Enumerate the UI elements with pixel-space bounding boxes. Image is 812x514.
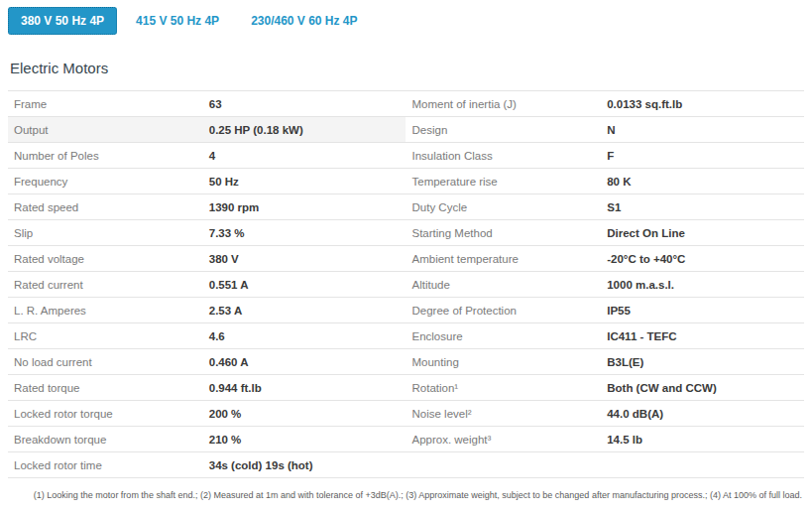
spec-value: 34s (cold) 19s (hot) <box>203 452 406 478</box>
spec-value: IC411 - TEFC <box>601 323 804 349</box>
spec-label: Slip <box>8 220 203 246</box>
spec-label: Degree of Protection <box>406 298 601 323</box>
table-row: Frame63Moment of inertia (J)0.0133 sq.ft… <box>8 91 804 117</box>
spec-value: 380 V <box>203 246 406 272</box>
spec-label <box>406 452 601 478</box>
spec-label: Output <box>8 117 203 143</box>
spec-value: F <box>601 143 804 169</box>
spec-value: 0.944 ft.lb <box>203 375 406 401</box>
tab-415-v-50-hz-4p[interactable]: 415 V 50 Hz 4P <box>123 7 232 35</box>
spec-label: Moment of inertia (J) <box>406 91 601 117</box>
spec-value: 210 % <box>203 427 406 452</box>
spec-label: LRC <box>8 323 203 349</box>
spec-value: 80 K <box>601 169 804 194</box>
spec-value: 4.6 <box>203 323 406 349</box>
spec-label: Locked rotor time <box>8 452 203 478</box>
spec-label: Locked rotor torque <box>8 401 203 427</box>
spec-label: Starting Method <box>406 220 601 246</box>
table-row: Slip7.33 %Starting MethodDirect On Line <box>8 220 804 246</box>
table-row: Locked rotor torque200 %Noise level²44.0… <box>8 401 804 427</box>
spec-label: Altitude <box>406 272 601 298</box>
page-title: Electric Motors <box>8 60 804 76</box>
spec-label: L. R. Amperes <box>8 298 203 323</box>
spec-value <box>601 452 804 478</box>
spec-label: Number of Poles <box>8 143 203 169</box>
spec-label: Design <box>406 117 601 143</box>
voltage-tab-bar: 380 V 50 Hz 4P415 V 50 Hz 4P230/460 V 60… <box>8 6 804 36</box>
tab-380-v-50-hz-4p[interactable]: 380 V 50 Hz 4P <box>8 7 117 35</box>
spec-label: Rated speed <box>8 194 203 220</box>
spec-value: 0.25 HP (0.18 kW) <box>203 117 406 143</box>
spec-value: B3L(E) <box>601 349 804 375</box>
spec-value: Both (CW and CCW) <box>601 375 804 401</box>
spec-value: 44.0 dB(A) <box>601 401 804 427</box>
spec-table-body: Frame63Moment of inertia (J)0.0133 sq.ft… <box>8 91 804 478</box>
spec-label: Breakdown torque <box>8 427 203 452</box>
table-row: Breakdown torque210 %Approx. weight³14.5… <box>8 427 804 452</box>
spec-value: IP55 <box>601 298 804 323</box>
spec-value: 1390 rpm <box>203 194 406 220</box>
spec-value: 7.33 % <box>203 220 406 246</box>
table-row: Rated speed1390 rpmDuty CycleS1 <box>8 194 804 220</box>
motor-spec-table: Frame63Moment of inertia (J)0.0133 sq.ft… <box>8 90 804 478</box>
spec-label: Rated current <box>8 272 203 298</box>
tab-230-460-v-60-hz-4p[interactable]: 230/460 V 60 Hz 4P <box>238 7 370 35</box>
table-row: L. R. Amperes2.53 ADegree of ProtectionI… <box>8 298 804 323</box>
spec-label: Noise level² <box>406 401 601 427</box>
spec-value: Direct On Line <box>601 220 804 246</box>
spec-label: Approx. weight³ <box>406 427 601 452</box>
spec-label: Rated torque <box>8 375 203 401</box>
spec-label: Insulation Class <box>406 143 601 169</box>
spec-value: 63 <box>203 91 406 117</box>
spec-value: N <box>601 117 804 143</box>
spec-label: Temperature rise <box>406 169 601 194</box>
footnotes-text: (1) Looking the motor from the shaft end… <box>8 490 804 500</box>
spec-value: 0.551 A <box>203 272 406 298</box>
spec-value: 2.53 A <box>203 298 406 323</box>
spec-value: 14.5 lb <box>601 427 804 452</box>
spec-value: 1000 m.a.s.l. <box>601 272 804 298</box>
table-row: No load current0.460 AMountingB3L(E) <box>8 349 804 375</box>
spec-label: Duty Cycle <box>406 194 601 220</box>
table-row: Number of Poles4Insulation ClassF <box>8 143 804 169</box>
spec-label: Ambient temperature <box>406 246 601 272</box>
motor-datasheet-page: 380 V 50 Hz 4P415 V 50 Hz 4P230/460 V 60… <box>0 0 812 514</box>
spec-value: 0.0133 sq.ft.lb <box>601 91 804 117</box>
table-row: Locked rotor time34s (cold) 19s (hot) <box>8 452 804 478</box>
spec-label: Rated voltage <box>8 246 203 272</box>
spec-value: 0.460 A <box>203 349 406 375</box>
spec-value: -20°C to +40°C <box>601 246 804 272</box>
table-row: Rated current0.551 AAltitude1000 m.a.s.l… <box>8 272 804 298</box>
table-row: Frequency50 HzTemperature rise80 K <box>8 169 804 194</box>
spec-label: Rotation¹ <box>406 375 601 401</box>
spec-label: No load current <box>8 349 203 375</box>
spec-label: Frequency <box>8 169 203 194</box>
table-row: Rated voltage380 VAmbient temperature-20… <box>8 246 804 272</box>
table-row: Rated torque0.944 ft.lbRotation¹Both (CW… <box>8 375 804 401</box>
spec-value: 4 <box>203 143 406 169</box>
table-row: Output0.25 HP (0.18 kW)DesignN <box>8 117 804 143</box>
spec-label: Frame <box>8 91 203 117</box>
spec-label: Mounting <box>406 349 601 375</box>
spec-value: 200 % <box>203 401 406 427</box>
spec-label: Enclosure <box>406 323 601 349</box>
spec-value: 50 Hz <box>203 169 406 194</box>
spec-value: S1 <box>601 194 804 220</box>
table-row: LRC4.6EnclosureIC411 - TEFC <box>8 323 804 349</box>
